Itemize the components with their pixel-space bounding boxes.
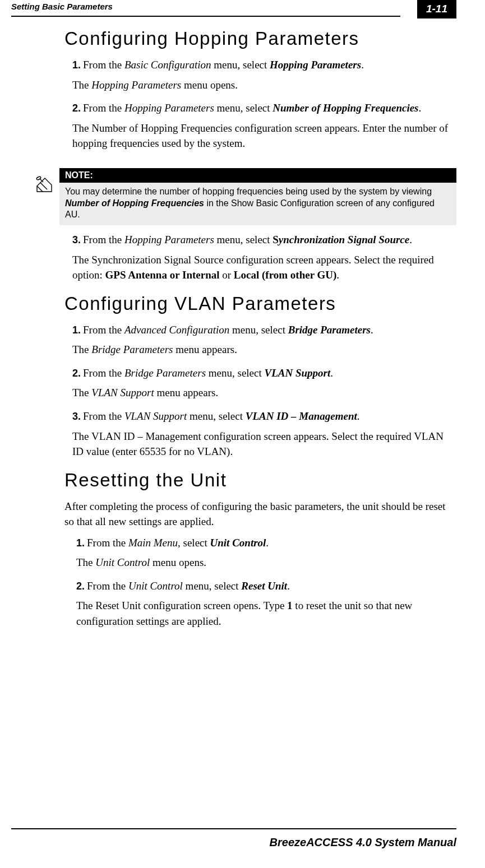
heading-vlan: Configuring VLAN Parameters xyxy=(64,293,456,314)
step-number: 1. xyxy=(72,59,81,71)
step-number: 2. xyxy=(76,581,85,592)
step-text: From the Hopping Parameters menu, select… xyxy=(83,234,412,245)
step-number: 1. xyxy=(72,324,81,336)
step-number: 3. xyxy=(72,234,81,245)
reset-step-1-sub: The Unit Control menu opens. xyxy=(76,555,456,570)
section-title: Setting Basic Parameters xyxy=(11,0,113,11)
hopping-step-3: 3. From the Hopping Parameters menu, sel… xyxy=(72,232,456,248)
hopping-step-2: 2. From the Hopping Parameters menu, sel… xyxy=(72,100,456,116)
vlan-step-1-sub: The Bridge Parameters menu appears. xyxy=(72,342,456,358)
step-text: From the VLAN Support menu, select VLAN … xyxy=(83,410,359,422)
page-number: 1-11 xyxy=(417,0,456,18)
reset-intro: After completing the process of configur… xyxy=(64,499,456,530)
note-block: NOTE: You may determine the number of ho… xyxy=(35,168,456,225)
note-icon xyxy=(35,168,59,197)
reset-step-2: 2. From the Unit Control menu, select Re… xyxy=(76,578,456,594)
page-header: Setting Basic Parameters 1-11 xyxy=(0,0,485,24)
step-text: From the Advanced Configuration menu, se… xyxy=(83,324,373,336)
page-content-continued: 3. From the Hopping Parameters menu, sel… xyxy=(0,232,485,629)
vlan-step-3: 3. From the VLAN Support menu, select VL… xyxy=(72,409,456,424)
reset-step-1: 1. From the Main Menu, select Unit Contr… xyxy=(76,535,456,551)
page-content: Configuring Hopping Parameters 1. From t… xyxy=(0,28,485,151)
page-footer: BreezeACCESS 4.0 System Manual xyxy=(11,828,456,849)
step-text: From the Basic Configuration menu, selec… xyxy=(83,59,364,71)
step-number: 1. xyxy=(76,537,85,549)
note-content: NOTE: You may determine the number of ho… xyxy=(59,168,456,225)
footer-text: BreezeACCESS 4.0 System Manual xyxy=(11,836,456,849)
hopping-step-1-sub: The Hopping Parameters menu opens. xyxy=(72,77,456,93)
vlan-step-2-sub: The VLAN Support menu appears. xyxy=(72,385,456,401)
step-text: From the Bridge Parameters menu, select … xyxy=(83,367,333,379)
step-number: 2. xyxy=(72,368,81,379)
vlan-step-2: 2. From the Bridge Parameters menu, sele… xyxy=(72,365,456,381)
note-label: NOTE: xyxy=(59,168,456,183)
header-rule xyxy=(11,16,400,17)
hopping-step-2-sub: The Number of Hopping Frequencies config… xyxy=(72,120,456,151)
reset-step-2-sub: The Reset Unit configuration screen open… xyxy=(76,598,456,629)
step-text: From the Unit Control menu, select Reset… xyxy=(87,580,290,592)
hopping-step-3-sub: The Synchronization Signal Source config… xyxy=(72,252,456,283)
footer-rule xyxy=(11,828,456,829)
step-text: From the Main Menu, select Unit Control. xyxy=(87,537,269,549)
heading-reset: Resetting the Unit xyxy=(64,470,456,491)
step-number: 3. xyxy=(72,411,81,422)
vlan-step-1: 1. From the Advanced Configuration menu,… xyxy=(72,322,456,338)
heading-hopping: Configuring Hopping Parameters xyxy=(64,28,456,49)
note-body: You may determine the number of hopping … xyxy=(59,183,456,225)
hopping-step-1: 1. From the Basic Configuration menu, se… xyxy=(72,57,456,73)
step-text: From the Hopping Parameters menu, select… xyxy=(83,102,421,114)
vlan-step-3-sub: The VLAN ID – Management configuration s… xyxy=(72,429,456,459)
step-number: 2. xyxy=(72,103,81,114)
